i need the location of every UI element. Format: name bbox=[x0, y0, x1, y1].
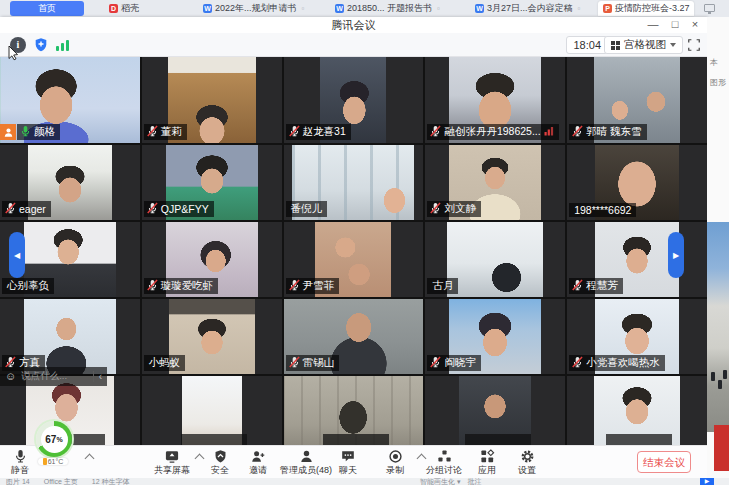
mic-muted-icon bbox=[572, 279, 583, 293]
participant-video bbox=[447, 222, 543, 297]
participant-name: 番倪儿 bbox=[291, 202, 323, 216]
record-button[interactable]: 录制 bbox=[367, 448, 423, 477]
participant-tile[interactable]: 程慧芳 bbox=[567, 222, 707, 297]
network-signal-icon[interactable] bbox=[56, 37, 72, 53]
gear-icon bbox=[499, 448, 555, 464]
desktop-background: 本 图形 bbox=[707, 17, 729, 478]
participant-name-label: QJP&FYY bbox=[144, 201, 214, 217]
settings-button[interactable]: 设置 bbox=[499, 448, 555, 477]
prev-page-arrow[interactable]: ◀ bbox=[9, 232, 25, 278]
background-window-strip: 图片 14 Office 主页 12 种生字体 智能画生化 ▾ 批注 ▶ bbox=[0, 478, 729, 485]
mouse-cursor bbox=[8, 45, 20, 65]
mic-muted-icon bbox=[572, 356, 583, 370]
participant-name: 郭晴 魏东雪 bbox=[586, 125, 641, 139]
participant-tile[interactable]: 方真 bbox=[0, 299, 140, 374]
participant-name: 雷锡山 bbox=[303, 356, 335, 370]
participant-tile[interactable] bbox=[142, 376, 282, 445]
mic-muted-icon bbox=[5, 202, 16, 216]
minimize-button[interactable]: — bbox=[643, 17, 663, 32]
background-text-fragment: 图形 bbox=[710, 77, 726, 88]
participant-tile[interactable]: 小蚂蚁 bbox=[142, 299, 282, 374]
participant-video bbox=[284, 376, 424, 445]
participant-name: 小蚂蚁 bbox=[149, 356, 181, 370]
window-titlebar: 腾讯会议 — □ × bbox=[0, 17, 707, 33]
participant-name-label: 小党喜欢喝热水 bbox=[569, 355, 665, 371]
chat-quick-bar[interactable]: ☺ 说点什么... ‹ bbox=[0, 367, 107, 386]
screen: 首页 D稻壳 W2022年...规划申请书▫ W201850... 开题报告书▫… bbox=[0, 0, 729, 485]
tab-close-icon[interactable]: ▫ bbox=[578, 4, 581, 13]
participant-tile[interactable]: eager bbox=[0, 145, 140, 220]
mic-muted-icon bbox=[430, 356, 441, 370]
participant-tile[interactable]: 古月 bbox=[425, 222, 565, 297]
word-doc-icon: W bbox=[203, 4, 212, 13]
maximize-button[interactable]: □ bbox=[665, 17, 685, 32]
participant-name: 198****6692 bbox=[574, 204, 631, 216]
participant-tile[interactable]: 雷锡山 bbox=[284, 299, 424, 374]
word-doc-icon: W bbox=[475, 4, 484, 13]
chat-input-placeholder[interactable]: 说点什么... bbox=[21, 370, 87, 383]
meeting-toolbar-top: i 18:04 宫格视图 bbox=[0, 33, 707, 57]
participant-name: 尹雪菲 bbox=[303, 279, 335, 293]
participant-tile[interactable] bbox=[284, 376, 424, 445]
participant-tile[interactable]: 璇璇爱吃虾 bbox=[142, 222, 282, 297]
participant-name: eager bbox=[19, 203, 46, 215]
participant-name: 融创张丹丹198625... bbox=[444, 125, 540, 139]
tab-doc-0327[interactable]: W3月27日...会内容定稿▫ bbox=[470, 1, 596, 16]
participant-name-label: 颜格 bbox=[17, 124, 60, 140]
meeting-window: 腾讯会议 — □ × i 18:04 宫格视图 bbox=[0, 17, 707, 478]
chevron-down-icon bbox=[670, 43, 676, 47]
tab-home[interactable]: 首页 bbox=[10, 1, 84, 16]
participant-name: 小党喜欢喝热水 bbox=[586, 356, 660, 370]
background-arrow-icon: ▶ bbox=[700, 478, 714, 485]
mute-options-chevron[interactable] bbox=[85, 454, 95, 464]
mic-muted-icon bbox=[430, 202, 441, 216]
participant-name: 程慧芳 bbox=[586, 279, 618, 293]
battery-ring: 67% bbox=[36, 421, 72, 457]
mic-muted-icon bbox=[147, 279, 158, 293]
participant-name: 董莉 bbox=[161, 125, 182, 139]
battery-icon bbox=[43, 458, 47, 465]
participant-tile[interactable]: 赵龙喜31 bbox=[284, 57, 424, 143]
participant-video bbox=[459, 376, 531, 445]
participant-name-label: 赵龙喜31 bbox=[286, 124, 351, 140]
end-meeting-button[interactable]: 结束会议 bbox=[637, 451, 691, 473]
participant-name-label: 心别辜负 bbox=[2, 278, 54, 294]
tab-close-icon[interactable]: ▫ bbox=[302, 4, 305, 13]
participant-tile[interactable]: 融创张丹丹198625... bbox=[425, 57, 565, 143]
participant-name-label: eager bbox=[2, 201, 51, 217]
tab-close-icon[interactable]: ▫ bbox=[437, 4, 440, 13]
participant-tile[interactable]: QJP&FYY bbox=[142, 145, 282, 220]
emoji-icon[interactable]: ☺ bbox=[5, 371, 16, 382]
monitor-icon[interactable] bbox=[704, 4, 715, 12]
participant-tile[interactable]: 尹雪菲 bbox=[284, 222, 424, 297]
tab-ppt-epidemic[interactable]: P疫情防控班会-3.27 bbox=[598, 1, 694, 16]
participant-tile[interactable]: 郭晴 魏东雪 bbox=[567, 57, 707, 143]
record-icon bbox=[367, 448, 423, 464]
background-text-fragment: 本 bbox=[710, 57, 718, 68]
participant-name-label: 阎晓宇 bbox=[427, 355, 481, 371]
participant-name-label: 雷锡山 bbox=[286, 355, 340, 371]
tab-docer[interactable]: D稻壳 bbox=[104, 1, 192, 16]
participant-tile[interactable]: 刘文静 bbox=[425, 145, 565, 220]
view-selector[interactable]: 宫格视图 bbox=[604, 36, 683, 54]
fullscreen-icon[interactable] bbox=[687, 38, 703, 54]
participant-tile[interactable]: 董莉 bbox=[142, 57, 282, 143]
participant-tile[interactable]: 198****6692 bbox=[567, 145, 707, 220]
participant-name-label: 融创张丹丹198625... bbox=[427, 124, 558, 140]
mic-muted-icon bbox=[147, 125, 158, 139]
participant-tile[interactable]: 颜格 bbox=[0, 57, 140, 143]
tab-doc-201850[interactable]: W201850... 开题报告书▫ bbox=[330, 1, 448, 16]
close-button[interactable]: × bbox=[685, 17, 705, 32]
participant-tile[interactable] bbox=[425, 376, 565, 445]
mic-on-icon bbox=[20, 125, 31, 139]
participant-tile[interactable] bbox=[567, 376, 707, 445]
tab-doc-2022[interactable]: W2022年...规划申请书▫ bbox=[198, 1, 316, 16]
participant-tile[interactable]: 小党喜欢喝热水 bbox=[567, 299, 707, 374]
participant-name-label: 刘文静 bbox=[427, 201, 481, 217]
security-shield-icon[interactable] bbox=[33, 37, 49, 53]
participant-tile[interactable]: 阎晓宇 bbox=[425, 299, 565, 374]
participant-name: 古月 bbox=[432, 279, 453, 293]
collapse-arrow-icon[interactable]: ‹ bbox=[99, 371, 102, 382]
next-page-arrow[interactable]: ▶ bbox=[668, 232, 684, 278]
participant-tile[interactable]: 番倪儿 bbox=[284, 145, 424, 220]
